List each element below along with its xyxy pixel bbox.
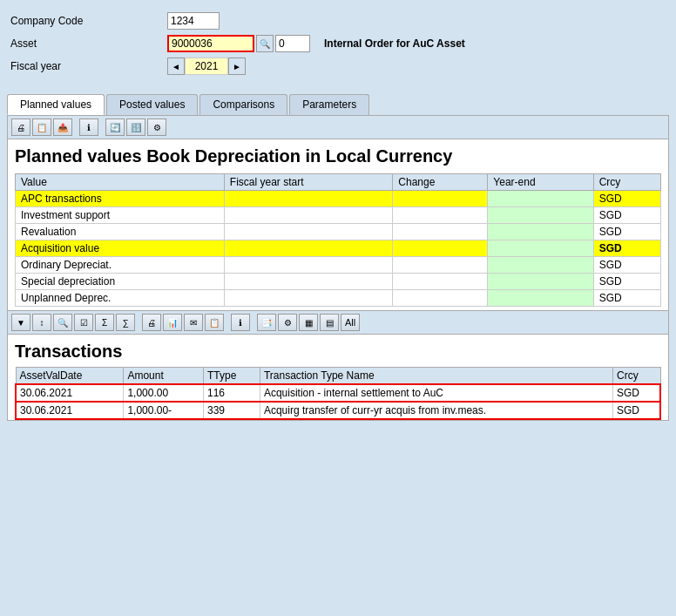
sum-icon[interactable]: Σ xyxy=(95,314,114,331)
asset-input[interactable] xyxy=(167,35,254,52)
cell-change xyxy=(393,257,488,274)
cell-value: Ordinary Depreciat. xyxy=(16,257,225,274)
cell-trans-name: Acquisition - internal settlement to AuC xyxy=(260,384,612,402)
cell-year-end xyxy=(488,207,593,224)
cell-crcy: SGD xyxy=(593,274,660,290)
cell-crcy: SGD xyxy=(593,257,660,274)
print2-icon[interactable]: 🖨 xyxy=(142,314,161,331)
col-change: Change xyxy=(393,174,488,191)
cell-fiscal-year-start xyxy=(224,257,392,274)
cell-trans-crcy: SGD xyxy=(613,402,661,419)
cell-trans-name: Acquirg transfer of curr-yr acquis from … xyxy=(260,402,612,419)
table-row: Acquisition value SGD xyxy=(16,240,661,257)
col-trans-type-name: Transaction Type Name xyxy=(260,368,612,385)
cell-crcy: SGD xyxy=(593,207,660,224)
grid-icon[interactable]: ▦ xyxy=(299,314,318,331)
cell-fiscal-year-start xyxy=(224,290,392,307)
view-icon[interactable]: 📑 xyxy=(257,314,276,331)
col-asset-val-date: AssetValDate xyxy=(16,368,124,385)
export2-icon[interactable]: 📊 xyxy=(163,314,182,331)
cell-fiscal-year-start xyxy=(224,274,392,290)
print-icon[interactable]: 🖨 xyxy=(11,118,30,136)
cell-date: 30.06.2021 xyxy=(16,402,124,419)
cell-year-end xyxy=(488,257,593,274)
fiscal-year-input[interactable] xyxy=(185,58,228,75)
transactions-table: AssetValDate Amount TType Transaction Ty… xyxy=(15,367,661,420)
company-code-label: Company Code xyxy=(10,15,167,27)
cell-year-end xyxy=(488,224,593,240)
table-row: Unplanned Deprec. SGD xyxy=(16,290,661,307)
cell-value: APC transactions xyxy=(16,191,225,207)
cell-trans-crcy: SGD xyxy=(613,384,661,402)
cell-ttype: 339 xyxy=(203,402,260,419)
asset-row: Asset 🔍 Internal Order for AuC Asset xyxy=(10,35,666,52)
tab-posted-values[interactable]: Posted values xyxy=(106,94,198,115)
fiscal-year-label: Fiscal year xyxy=(10,60,167,72)
cell-fiscal-year-start xyxy=(224,207,392,224)
cell-change xyxy=(393,191,488,207)
cell-change xyxy=(393,290,488,307)
trans-header-row: AssetValDate Amount TType Transaction Ty… xyxy=(16,368,660,385)
table-row: Special depreciation SGD xyxy=(16,274,661,290)
cell-amount: 1,000.00- xyxy=(124,402,204,419)
sort-icon[interactable]: ↕ xyxy=(32,314,51,331)
asset-sub-input[interactable] xyxy=(275,35,310,52)
table-row: Revaluation SGD xyxy=(16,224,661,240)
tab-comparisons[interactable]: Comparisons xyxy=(199,94,287,115)
cell-fiscal-year-start xyxy=(224,240,392,257)
all-button[interactable]: All xyxy=(341,314,360,331)
cell-value: Investment support xyxy=(16,207,225,224)
refresh-icon[interactable]: 🔄 xyxy=(105,118,125,136)
info2-icon[interactable]: ℹ xyxy=(231,314,250,331)
col-value: Value xyxy=(16,174,225,191)
copy2-icon[interactable]: 📋 xyxy=(205,314,224,331)
cell-date: 30.06.2021 xyxy=(16,384,124,402)
cell-amount: 1,000.00 xyxy=(124,384,204,402)
cell-change xyxy=(393,207,488,224)
export-icon[interactable]: 📤 xyxy=(53,118,72,136)
tab-parameters[interactable]: Parameters xyxy=(289,94,369,115)
planned-values-table: Value Fiscal year start Change Year-end … xyxy=(15,173,661,307)
transactions-section: Transactions AssetValDate Amount TType T… xyxy=(8,335,668,420)
asset-search-button[interactable]: 🔍 xyxy=(256,35,274,52)
fiscal-year-next-button[interactable]: ► xyxy=(228,58,246,75)
mail-icon[interactable]: ✉ xyxy=(184,314,203,331)
filter-icon[interactable]: ▼ xyxy=(11,314,30,331)
main-container: Company Code Asset 🔍 Internal Order for … xyxy=(0,0,676,428)
bottom-toolbar: ▼ ↕ 🔍 ☑ Σ ∑ 🖨 📊 ✉ 📋 ℹ 📑 ⚙ ▦ ▤ All xyxy=(8,310,668,335)
cell-ttype: 116 xyxy=(203,384,260,402)
cell-change xyxy=(393,224,488,240)
company-code-input[interactable] xyxy=(167,12,220,30)
cell-year-end xyxy=(488,274,593,290)
find-icon[interactable]: 🔍 xyxy=(53,314,72,331)
select-icon[interactable]: ☑ xyxy=(74,314,93,331)
subtotal-icon[interactable]: ∑ xyxy=(116,314,135,331)
company-code-row: Company Code xyxy=(10,12,666,30)
cell-crcy: SGD xyxy=(593,290,660,307)
tab-content: 🖨 📋 📤 ℹ 🔄 🔢 ⚙ Planned values Book Deprec… xyxy=(7,115,669,421)
settings-icon[interactable]: ⚙ xyxy=(147,118,166,136)
cell-value: Acquisition value xyxy=(16,240,225,257)
fiscal-year-prev-button[interactable]: ◄ xyxy=(167,58,185,75)
calc-icon[interactable]: 🔢 xyxy=(126,118,145,136)
cell-fiscal-year-start xyxy=(224,224,392,240)
internal-order-label: Internal Order for AuC Asset xyxy=(324,37,465,50)
col-crcy: Crcy xyxy=(593,174,660,191)
cell-change xyxy=(393,240,488,257)
planned-values-content: Planned values Book Depreciation in Loca… xyxy=(8,139,668,307)
grid2-icon[interactable]: ▤ xyxy=(320,314,339,331)
table-row: Investment support SGD xyxy=(16,207,661,224)
col-ttype: TType xyxy=(203,368,260,385)
copy-icon[interactable]: 📋 xyxy=(32,118,51,136)
cell-year-end xyxy=(488,240,593,257)
info-icon[interactable]: ℹ xyxy=(79,118,98,136)
cell-crcy: SGD xyxy=(593,191,660,207)
config-icon[interactable]: ⚙ xyxy=(278,314,297,331)
tab-planned-values[interactable]: Planned values xyxy=(7,94,105,115)
col-year-end: Year-end xyxy=(488,174,593,191)
cell-change xyxy=(393,274,488,290)
col-trans-crcy: Crcy xyxy=(613,368,661,385)
cell-crcy: SGD xyxy=(593,224,660,240)
tabs-container: Planned values Posted values Comparisons… xyxy=(7,94,669,115)
col-fiscal-year-start: Fiscal year start xyxy=(224,174,392,191)
